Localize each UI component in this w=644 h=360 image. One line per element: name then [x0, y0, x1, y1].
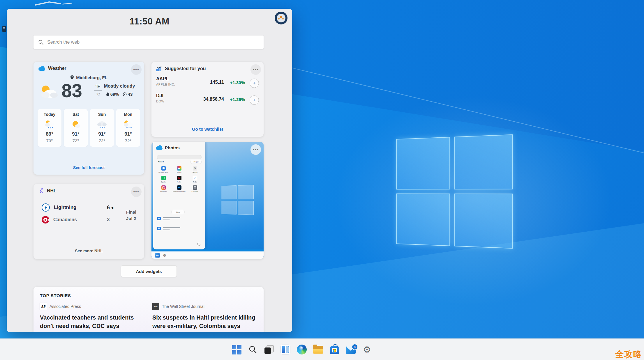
wsj-logo: WSJ	[152, 303, 159, 310]
ap-logo: AP	[40, 303, 47, 310]
forecast-day[interactable]: Mon 91° 72°	[116, 109, 140, 147]
team-name: Canadiens	[53, 217, 77, 222]
edge-browser-icon	[297, 345, 307, 354]
mini-windows-logo	[222, 185, 254, 215]
store-button[interactable]	[329, 344, 340, 355]
add-to-watchlist-button[interactable]: +	[250, 79, 259, 88]
widgets-icon	[280, 345, 290, 354]
canadiens-logo	[42, 216, 49, 224]
lightning-logo	[42, 203, 50, 212]
mini-instagram-icon	[161, 185, 166, 190]
news-source: Associated Press	[50, 304, 81, 309]
windows-logo-pane	[396, 194, 450, 246]
see-more-nhl-link[interactable]: See more NHL	[33, 249, 144, 253]
see-full-forecast-link[interactable]: See full forecast	[33, 165, 144, 170]
game-status: FinalJul 2	[126, 209, 136, 222]
windows-start-icon	[232, 345, 241, 354]
taskbar-icons: 8 ⚙	[231, 339, 372, 360]
forecast-day[interactable]: Today 89° 73°	[38, 109, 61, 147]
go-to-watchlist-link[interactable]: Go to watchlist	[151, 127, 264, 132]
photos-cloud-icon	[156, 145, 163, 150]
mail-button[interactable]: 8	[345, 344, 356, 355]
stock-change: +1.26%	[230, 97, 245, 102]
start-button[interactable]	[231, 344, 242, 355]
stocks-menu-button[interactable]: •••	[250, 64, 261, 75]
stock-row[interactable]: AAPL APPLE INC. 145.11 +1.30% +	[156, 76, 259, 91]
mini-recent-file	[157, 227, 180, 230]
windows-logo-pane	[396, 137, 450, 189]
unit-fahrenheit[interactable]: °F	[96, 84, 100, 89]
weather-menu-button[interactable]: •••	[131, 64, 142, 75]
weather-stats: 69% 43	[99, 92, 140, 97]
stock-change: +1.30%	[230, 80, 245, 85]
humidity-value: 69%	[110, 92, 119, 97]
mini-photos-app-icon	[155, 253, 160, 258]
mini-power-icon	[197, 243, 200, 246]
mail-icon: 8	[346, 346, 356, 354]
mini-app-grid: Microsoft Store Photos ⚙Settings Spotify…	[156, 166, 203, 194]
weather-cloud-icon	[38, 66, 45, 71]
mini-spotify-icon	[161, 176, 166, 180]
watermark-text: 全攻略	[615, 349, 642, 360]
search-icon	[38, 40, 44, 45]
desktop: 11:50 AM Search the web Weather ••• Midd…	[0, 0, 644, 360]
mini-pinned-label: Pinned	[158, 161, 164, 163]
mini-all-apps-pill: All apps	[190, 160, 202, 164]
weather-location-row[interactable]: Middleburg, FL	[33, 75, 144, 80]
forecast-day[interactable]: Sun 91° 72°	[90, 109, 114, 147]
stocks-widget[interactable]: Suggested for you ••• AAPL APPLE INC. 14…	[151, 62, 264, 137]
news-story[interactable]: WSJ The Wall Street Journal. Six suspect…	[152, 303, 261, 330]
widgets-button[interactable]	[280, 344, 291, 355]
search-icon	[248, 345, 257, 354]
microsoft-store-icon	[330, 346, 339, 354]
user-avatar[interactable]	[275, 12, 287, 24]
add-to-watchlist-button[interactable]: +	[250, 95, 259, 105]
top-stories-card[interactable]: TOP STORIES AP Associated Press Vaccinat…	[33, 287, 264, 332]
mini-search-box	[157, 155, 202, 159]
forecast-row: Today 89° 73° Sat 91° 72° Sun	[38, 109, 140, 147]
task-view-button[interactable]	[264, 344, 274, 355]
nhl-widget[interactable]: NHL ••• Lightning 6◀ Canadiens 3	[33, 184, 144, 259]
nhl-title: NHL	[47, 188, 57, 194]
avatar-image	[277, 14, 285, 22]
aqi-value: 43	[128, 92, 133, 97]
weather-location: Middleburg, FL	[76, 75, 107, 80]
photos-title: Photos	[165, 145, 180, 150]
stock-price: 145.11	[210, 80, 224, 85]
settings-button[interactable]: ⚙	[362, 344, 372, 355]
folder-icon	[313, 346, 323, 354]
sun-behind-cloud-icon	[39, 85, 59, 100]
windows-logo	[396, 134, 513, 249]
weather-current: 83 °F °C Mostly cloudy 69% 43	[33, 82, 144, 105]
forecast-day[interactable]: Sat 91° 72°	[64, 109, 88, 147]
photos-menu-button[interactable]: •••	[250, 144, 261, 155]
news-story[interactable]: AP Associated Press Vaccinated teachers …	[40, 303, 148, 330]
mini-store-icon	[161, 166, 166, 171]
weather-widget[interactable]: Weather ••• Middleburg, FL 83	[33, 62, 144, 175]
mini-recent-file	[157, 217, 180, 220]
edge-button[interactable]	[297, 344, 307, 355]
news-headline[interactable]: Vaccinated teachers and students don't n…	[40, 313, 148, 330]
weather-title: Weather	[48, 66, 66, 71]
news-headline[interactable]: Six suspects in Haiti president killing …	[152, 313, 261, 330]
mini-calculator-icon	[193, 185, 197, 190]
search-button[interactable]	[248, 344, 258, 355]
current-temperature: 83	[61, 80, 82, 102]
mini-settings-icon: ⚙	[193, 166, 197, 171]
stock-chart-icon	[156, 66, 162, 72]
photos-widget[interactable]: Pinned All apps Microsoft Store Photos ⚙…	[151, 142, 264, 259]
windows-logo-pane	[454, 134, 513, 189]
mini-start-menu-image: Pinned All apps Microsoft Store Photos ⚙…	[153, 142, 205, 249]
mostly-sunny-icon	[64, 118, 88, 130]
nhl-menu-button[interactable]: •••	[131, 187, 142, 197]
windows-logo-pane	[454, 194, 513, 249]
mini-screenshot-strip	[151, 249, 264, 251]
sun-cloud-rain-icon	[116, 118, 140, 130]
file-explorer-button[interactable]	[313, 344, 323, 355]
web-search-input[interactable]: Search the web	[33, 36, 264, 49]
add-widgets-button[interactable]: Add widgets	[121, 265, 177, 277]
panel-clock: 11:50 AM	[7, 16, 292, 27]
gear-icon: ⚙	[363, 345, 371, 354]
mini-taskbar: ⚙	[151, 251, 264, 259]
stock-row[interactable]: DJI DOW 34,856.74 +1.26% +	[156, 93, 259, 108]
